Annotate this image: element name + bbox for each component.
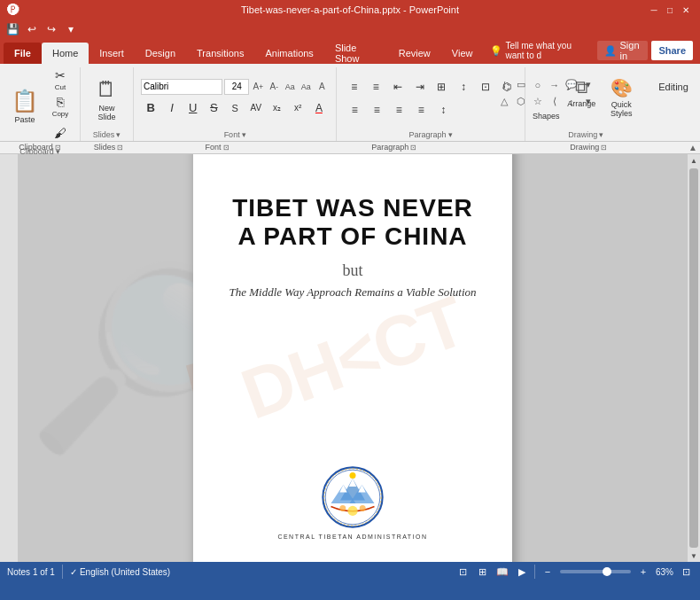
- fit-slide-button[interactable]: ⊡: [679, 565, 693, 579]
- subscript-button[interactable]: x₂: [267, 98, 287, 118]
- svg-point-11: [360, 505, 366, 511]
- presenter-view-button[interactable]: ▶: [515, 565, 529, 579]
- tab-animations[interactable]: Animations: [254, 43, 323, 64]
- save-button[interactable]: 💾: [4, 21, 21, 37]
- paragraph-label[interactable]: Paragraph ▾: [408, 130, 452, 141]
- normal-view-button[interactable]: ⊡: [456, 565, 471, 579]
- quick-access-toolbar: 💾 ↩ ↪ ▾: [0, 19, 700, 39]
- font-color-button[interactable]: A: [315, 79, 329, 95]
- underline-button[interactable]: U: [183, 98, 203, 118]
- clipboard-section-label[interactable]: Clipboard ⊡: [0, 143, 80, 152]
- char-spacing-button[interactable]: AV: [245, 98, 266, 118]
- shapes-button[interactable]: / ▭ ○ → 💬 ▾ △ ⬡ ☆ ⟨ ↕ ▾ Shapes: [529, 74, 563, 123]
- numbering-button[interactable]: ≡: [366, 77, 386, 97]
- customize-qat-button[interactable]: ▾: [62, 21, 80, 37]
- font-section-label[interactable]: Font ⊡: [137, 143, 297, 152]
- drawing-section-label[interactable]: Drawing ⊡: [492, 143, 687, 152]
- share-button[interactable]: Share: [651, 41, 693, 60]
- align-right-button[interactable]: ≡: [388, 100, 409, 120]
- undo-button[interactable]: ↩: [23, 21, 41, 37]
- strikethrough-button[interactable]: S: [204, 98, 224, 118]
- editing-buttons: Editing: [659, 74, 688, 99]
- reading-view-button[interactable]: 📖: [495, 565, 509, 579]
- scroll-up-button[interactable]: ▲: [688, 154, 700, 167]
- columns-button[interactable]: ⊞: [432, 77, 452, 97]
- bullets-button[interactable]: ≡: [344, 77, 364, 97]
- slide-sorter-button[interactable]: ⊞: [476, 565, 490, 579]
- slides-section-label[interactable]: Slides ⊡: [80, 143, 137, 152]
- vertical-scrollbar[interactable]: ▲ ▼: [688, 154, 700, 562]
- tab-review[interactable]: Review: [388, 43, 441, 64]
- slides-buttons: 🗒 NewSlide: [87, 67, 126, 129]
- font-size-increase-button[interactable]: A+: [251, 79, 265, 95]
- align-left-button[interactable]: ≡: [344, 100, 365, 120]
- bold-button[interactable]: B: [141, 98, 161, 118]
- decrease-indent-button[interactable]: ⇤: [388, 77, 408, 97]
- increase-indent-button[interactable]: ⇥: [409, 77, 430, 97]
- slide-logo-area: CENTRAL TIBETAN ADMINISTRATION: [277, 466, 427, 540]
- text-align-button[interactable]: ⊡: [475, 77, 495, 97]
- font-clear-button[interactable]: Aa: [283, 79, 297, 95]
- line-spacing-button[interactable]: ↕: [432, 100, 454, 120]
- new-slide-button[interactable]: 🗒 NewSlide: [87, 74, 126, 123]
- slide-canvas-area[interactable]: 🔍 DH<CT DH<CT TIBET WAS NEVER A PART OF …: [18, 154, 688, 562]
- cut-button[interactable]: ✂ Cut: [46, 67, 74, 92]
- share-label: Share: [658, 45, 686, 56]
- paste-button[interactable]: 📋 Paste: [5, 82, 44, 131]
- restore-button[interactable]: □: [663, 3, 677, 17]
- arrange-button[interactable]: ⧉ Arrange: [564, 74, 598, 123]
- text-direction-button[interactable]: ↕: [454, 77, 474, 97]
- language-selector[interactable]: ✓ English (United States): [70, 567, 170, 577]
- collapse-ribbon-button[interactable]: ▲: [686, 143, 700, 152]
- copy-button[interactable]: ⎘ Copy: [46, 94, 74, 119]
- shapes-label: Shapes: [533, 112, 560, 121]
- font-color-picker-button[interactable]: A: [309, 98, 330, 118]
- font-inner: A+ A- Aa Aa A B I U S S AV x₂ x² A: [141, 79, 329, 118]
- minimize-button[interactable]: ─: [647, 3, 661, 17]
- notes-count: Notes 1 of 1: [7, 567, 55, 577]
- redo-button[interactable]: ↪: [43, 21, 60, 37]
- sign-in-button[interactable]: 👤 Sign in: [597, 41, 648, 60]
- scroll-thumb[interactable]: [689, 168, 698, 548]
- superscript-button[interactable]: x²: [288, 98, 308, 118]
- zoom-out-button[interactable]: −: [541, 565, 555, 579]
- slide[interactable]: DH<CT TIBET WAS NEVER A PART OF CHINA bu…: [193, 154, 512, 562]
- font-label[interactable]: Font ▾: [224, 130, 246, 141]
- text-shadow-button[interactable]: S: [225, 98, 245, 118]
- zoom-slider[interactable]: [560, 570, 631, 573]
- slide-panel: [0, 154, 18, 562]
- align-center-button[interactable]: ≡: [366, 100, 387, 120]
- slides-group: 🗒 NewSlide Slides ▾: [81, 67, 134, 141]
- shape-oval: ○: [530, 77, 546, 93]
- close-button[interactable]: ✕: [679, 3, 693, 17]
- clipboard-section-text: Clipboard: [19, 143, 53, 152]
- copy-icon: ⎘: [57, 95, 64, 109]
- scroll-down-button[interactable]: ▼: [688, 549, 700, 562]
- tab-home[interactable]: Home: [42, 43, 89, 64]
- quick-styles-button[interactable]: 🎨 QuickStyles: [600, 74, 642, 123]
- font-size-decrease-button[interactable]: A-: [267, 79, 281, 95]
- para-inner: ≡ ≡ ⇤ ⇥ ⊞ ↕ ⊡ ⌬ ≡ ≡ ≡ ≡ ↕: [344, 77, 517, 120]
- justify-button[interactable]: ≡: [410, 100, 432, 120]
- ribbon-right-actions: 💡 Tell me what you want to d 👤 Sign in S…: [483, 41, 700, 64]
- tab-view[interactable]: View: [441, 43, 484, 64]
- font-size-input[interactable]: [224, 79, 249, 95]
- font-name-input[interactable]: [141, 79, 222, 95]
- format-painter-button[interactable]: 🖌: [46, 121, 74, 145]
- drawing-group: / ▭ ○ → 💬 ▾ △ ⬡ ☆ ⟨ ↕ ▾ Shapes ⧉ Arrange: [525, 67, 647, 141]
- tab-insert[interactable]: Insert: [89, 43, 135, 64]
- tab-slideshow[interactable]: Slide Show: [324, 43, 388, 64]
- drawing-section-text: Drawing: [570, 143, 599, 152]
- zoom-level: 63%: [656, 567, 673, 577]
- slide-title[interactable]: TIBET WAS NEVER A PART OF CHINA: [232, 194, 473, 251]
- tell-me-button[interactable]: 💡 Tell me what you want to d: [483, 41, 594, 60]
- paragraph-section-label[interactable]: Paragraph ⊡: [297, 143, 492, 152]
- zoom-in-button[interactable]: +: [636, 565, 650, 579]
- tab-transitions[interactable]: Transitions: [186, 43, 254, 64]
- italic-button[interactable]: I: [162, 98, 183, 118]
- font-case-button[interactable]: Aa: [299, 79, 313, 95]
- slides-label[interactable]: Slides ▾: [93, 130, 121, 141]
- tab-file[interactable]: File: [4, 43, 42, 64]
- tab-design[interactable]: Design: [135, 43, 186, 64]
- drawing-label[interactable]: Drawing ▾: [568, 130, 603, 141]
